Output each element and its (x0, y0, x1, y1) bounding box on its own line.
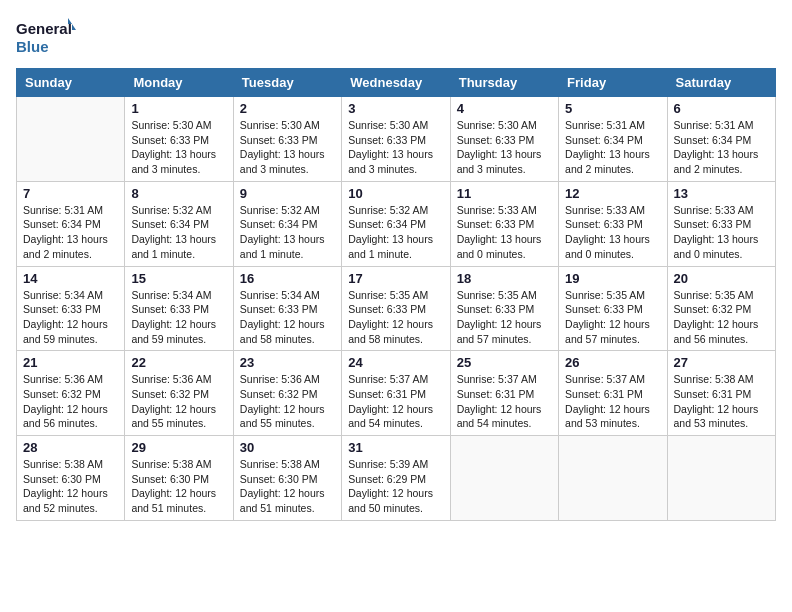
calendar-week-row: 1Sunrise: 5:30 AMSunset: 6:33 PMDaylight… (17, 97, 776, 182)
calendar-cell: 13Sunrise: 5:33 AMSunset: 6:33 PMDayligh… (667, 181, 775, 266)
day-number: 15 (131, 271, 226, 286)
day-number: 16 (240, 271, 335, 286)
col-header-wednesday: Wednesday (342, 69, 450, 97)
calendar-week-row: 21Sunrise: 5:36 AMSunset: 6:32 PMDayligh… (17, 351, 776, 436)
calendar-cell: 14Sunrise: 5:34 AMSunset: 6:33 PMDayligh… (17, 266, 125, 351)
calendar-cell: 15Sunrise: 5:34 AMSunset: 6:33 PMDayligh… (125, 266, 233, 351)
calendar-cell: 29Sunrise: 5:38 AMSunset: 6:30 PMDayligh… (125, 436, 233, 521)
day-info: Sunrise: 5:37 AMSunset: 6:31 PMDaylight:… (565, 372, 660, 431)
day-info: Sunrise: 5:35 AMSunset: 6:33 PMDaylight:… (565, 288, 660, 347)
day-info: Sunrise: 5:30 AMSunset: 6:33 PMDaylight:… (131, 118, 226, 177)
day-info: Sunrise: 5:33 AMSunset: 6:33 PMDaylight:… (457, 203, 552, 262)
day-info: Sunrise: 5:32 AMSunset: 6:34 PMDaylight:… (240, 203, 335, 262)
page-header: General Blue (16, 16, 776, 56)
day-number: 21 (23, 355, 118, 370)
col-header-saturday: Saturday (667, 69, 775, 97)
day-info: Sunrise: 5:34 AMSunset: 6:33 PMDaylight:… (131, 288, 226, 347)
day-number: 20 (674, 271, 769, 286)
day-number: 13 (674, 186, 769, 201)
day-info: Sunrise: 5:30 AMSunset: 6:33 PMDaylight:… (240, 118, 335, 177)
logo-svg: General Blue (16, 16, 76, 56)
logo: General Blue (16, 16, 76, 56)
calendar-table: SundayMondayTuesdayWednesdayThursdayFrid… (16, 68, 776, 521)
day-number: 11 (457, 186, 552, 201)
day-info: Sunrise: 5:36 AMSunset: 6:32 PMDaylight:… (23, 372, 118, 431)
calendar-cell: 12Sunrise: 5:33 AMSunset: 6:33 PMDayligh… (559, 181, 667, 266)
day-info: Sunrise: 5:32 AMSunset: 6:34 PMDaylight:… (131, 203, 226, 262)
day-number: 8 (131, 186, 226, 201)
calendar-header-row: SundayMondayTuesdayWednesdayThursdayFrid… (17, 69, 776, 97)
calendar-cell: 8Sunrise: 5:32 AMSunset: 6:34 PMDaylight… (125, 181, 233, 266)
calendar-cell: 30Sunrise: 5:38 AMSunset: 6:30 PMDayligh… (233, 436, 341, 521)
calendar-cell: 28Sunrise: 5:38 AMSunset: 6:30 PMDayligh… (17, 436, 125, 521)
day-number: 27 (674, 355, 769, 370)
calendar-cell: 5Sunrise: 5:31 AMSunset: 6:34 PMDaylight… (559, 97, 667, 182)
calendar-cell: 27Sunrise: 5:38 AMSunset: 6:31 PMDayligh… (667, 351, 775, 436)
day-info: Sunrise: 5:33 AMSunset: 6:33 PMDaylight:… (674, 203, 769, 262)
day-number: 18 (457, 271, 552, 286)
day-info: Sunrise: 5:31 AMSunset: 6:34 PMDaylight:… (23, 203, 118, 262)
day-info: Sunrise: 5:38 AMSunset: 6:30 PMDaylight:… (240, 457, 335, 516)
day-info: Sunrise: 5:32 AMSunset: 6:34 PMDaylight:… (348, 203, 443, 262)
day-number: 25 (457, 355, 552, 370)
day-number: 19 (565, 271, 660, 286)
calendar-cell: 21Sunrise: 5:36 AMSunset: 6:32 PMDayligh… (17, 351, 125, 436)
day-number: 26 (565, 355, 660, 370)
day-info: Sunrise: 5:38 AMSunset: 6:30 PMDaylight:… (23, 457, 118, 516)
col-header-monday: Monday (125, 69, 233, 97)
day-info: Sunrise: 5:35 AMSunset: 6:33 PMDaylight:… (348, 288, 443, 347)
calendar-week-row: 7Sunrise: 5:31 AMSunset: 6:34 PMDaylight… (17, 181, 776, 266)
day-info: Sunrise: 5:31 AMSunset: 6:34 PMDaylight:… (565, 118, 660, 177)
day-info: Sunrise: 5:37 AMSunset: 6:31 PMDaylight:… (348, 372, 443, 431)
calendar-cell: 23Sunrise: 5:36 AMSunset: 6:32 PMDayligh… (233, 351, 341, 436)
svg-text:Blue: Blue (16, 38, 49, 55)
day-number: 23 (240, 355, 335, 370)
day-info: Sunrise: 5:31 AMSunset: 6:34 PMDaylight:… (674, 118, 769, 177)
day-number: 9 (240, 186, 335, 201)
calendar-cell: 24Sunrise: 5:37 AMSunset: 6:31 PMDayligh… (342, 351, 450, 436)
day-info: Sunrise: 5:34 AMSunset: 6:33 PMDaylight:… (23, 288, 118, 347)
day-info: Sunrise: 5:36 AMSunset: 6:32 PMDaylight:… (240, 372, 335, 431)
calendar-cell (667, 436, 775, 521)
day-info: Sunrise: 5:35 AMSunset: 6:32 PMDaylight:… (674, 288, 769, 347)
calendar-cell: 3Sunrise: 5:30 AMSunset: 6:33 PMDaylight… (342, 97, 450, 182)
day-info: Sunrise: 5:33 AMSunset: 6:33 PMDaylight:… (565, 203, 660, 262)
day-number: 24 (348, 355, 443, 370)
calendar-cell: 22Sunrise: 5:36 AMSunset: 6:32 PMDayligh… (125, 351, 233, 436)
day-number: 12 (565, 186, 660, 201)
day-number: 14 (23, 271, 118, 286)
day-info: Sunrise: 5:34 AMSunset: 6:33 PMDaylight:… (240, 288, 335, 347)
calendar-cell: 4Sunrise: 5:30 AMSunset: 6:33 PMDaylight… (450, 97, 558, 182)
day-number: 1 (131, 101, 226, 116)
calendar-cell: 11Sunrise: 5:33 AMSunset: 6:33 PMDayligh… (450, 181, 558, 266)
day-number: 22 (131, 355, 226, 370)
calendar-cell: 17Sunrise: 5:35 AMSunset: 6:33 PMDayligh… (342, 266, 450, 351)
calendar-week-row: 28Sunrise: 5:38 AMSunset: 6:30 PMDayligh… (17, 436, 776, 521)
day-number: 2 (240, 101, 335, 116)
day-number: 3 (348, 101, 443, 116)
day-number: 10 (348, 186, 443, 201)
day-number: 30 (240, 440, 335, 455)
calendar-cell: 26Sunrise: 5:37 AMSunset: 6:31 PMDayligh… (559, 351, 667, 436)
col-header-thursday: Thursday (450, 69, 558, 97)
col-header-friday: Friday (559, 69, 667, 97)
day-number: 29 (131, 440, 226, 455)
calendar-cell: 20Sunrise: 5:35 AMSunset: 6:32 PMDayligh… (667, 266, 775, 351)
calendar-cell: 18Sunrise: 5:35 AMSunset: 6:33 PMDayligh… (450, 266, 558, 351)
day-info: Sunrise: 5:38 AMSunset: 6:30 PMDaylight:… (131, 457, 226, 516)
calendar-cell: 31Sunrise: 5:39 AMSunset: 6:29 PMDayligh… (342, 436, 450, 521)
day-number: 31 (348, 440, 443, 455)
day-number: 7 (23, 186, 118, 201)
day-info: Sunrise: 5:38 AMSunset: 6:31 PMDaylight:… (674, 372, 769, 431)
calendar-cell (450, 436, 558, 521)
calendar-cell: 7Sunrise: 5:31 AMSunset: 6:34 PMDaylight… (17, 181, 125, 266)
calendar-cell: 1Sunrise: 5:30 AMSunset: 6:33 PMDaylight… (125, 97, 233, 182)
calendar-cell: 6Sunrise: 5:31 AMSunset: 6:34 PMDaylight… (667, 97, 775, 182)
day-number: 28 (23, 440, 118, 455)
calendar-week-row: 14Sunrise: 5:34 AMSunset: 6:33 PMDayligh… (17, 266, 776, 351)
calendar-cell: 25Sunrise: 5:37 AMSunset: 6:31 PMDayligh… (450, 351, 558, 436)
day-info: Sunrise: 5:39 AMSunset: 6:29 PMDaylight:… (348, 457, 443, 516)
calendar-cell (17, 97, 125, 182)
calendar-cell: 9Sunrise: 5:32 AMSunset: 6:34 PMDaylight… (233, 181, 341, 266)
day-info: Sunrise: 5:37 AMSunset: 6:31 PMDaylight:… (457, 372, 552, 431)
